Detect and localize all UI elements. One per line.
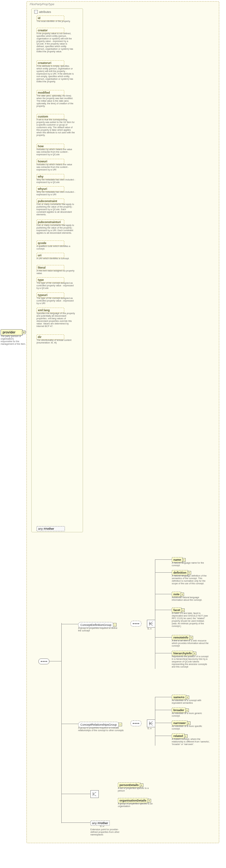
element-definition-desc: A natural language definition of the sem… — [172, 575, 211, 585]
expand-icon[interactable]: + — [193, 652, 196, 655]
attr-pubconstrainturi-desc: One or many constraints that apply to pu… — [36, 224, 75, 234]
cdg-name: ConceptDefinitionGroup — [80, 623, 111, 626]
expand-icon[interactable]: + — [190, 636, 193, 640]
occ-any: 0..∞ — [100, 825, 104, 827]
connector — [155, 637, 172, 638]
element-hierarchyInfo-desc: Represents the position of a concept in … — [172, 655, 211, 668]
connector — [155, 594, 172, 594]
provider-element[interactable]: provider + — [1, 329, 23, 335]
connector — [155, 697, 172, 697]
choice-party — [90, 790, 99, 798]
collapse-icon[interactable]: − — [34, 10, 38, 13]
sequence-main — [38, 658, 50, 664]
sequence-cdg — [130, 621, 141, 626]
connector — [155, 572, 172, 572]
connector — [61, 623, 62, 823]
svg-point-11 — [138, 723, 139, 724]
expand-icon[interactable]: + — [140, 783, 143, 787]
connector — [155, 697, 155, 746]
attr-uri-desc: A URI which identifies a concept. — [36, 257, 75, 260]
attr-why-desc: Why the metadata has been included - exp… — [36, 179, 75, 184]
expand-icon[interactable]: + — [186, 695, 189, 699]
connector — [61, 823, 90, 823]
connector — [155, 610, 172, 610]
expand-icon[interactable]: − — [119, 723, 122, 726]
element-narrower-desc: An identifier of a more specific concept… — [172, 725, 211, 730]
attr-id-desc: The local identifier of the property. — [36, 20, 75, 23]
attr-how-desc: Indicates by which means the value was e… — [36, 148, 75, 156]
connector — [155, 736, 172, 736]
attr-custom-desc: If set to true the corresponding propert… — [36, 119, 75, 136]
attributes-label: − attributes — [32, 9, 53, 14]
connector — [155, 710, 172, 710]
svg-point-1 — [41, 661, 42, 662]
svg-point-2 — [43, 661, 44, 662]
svg-point-9 — [133, 723, 134, 724]
any-elem-label: any — [92, 822, 97, 825]
expand-icon[interactable]: + — [187, 721, 191, 725]
connector — [61, 724, 78, 724]
person-details-name: personDetails — [120, 783, 139, 787]
attr-whyuri-desc: Why the metadata has been included - exp… — [36, 191, 75, 196]
attr-literal-desc: A free-text value assigned as property v… — [36, 270, 75, 275]
connector — [155, 559, 172, 560]
attr-type-desc: The type of the concept assigned as cont… — [36, 282, 75, 289]
cdg-desc: A group of properties required to define… — [78, 627, 120, 632]
attr-pubconstraint-desc: One or many constraints that apply to pu… — [36, 203, 75, 216]
expand-icon[interactable]: + — [184, 734, 188, 738]
connector — [61, 794, 90, 794]
expand-icon[interactable]: + — [188, 571, 191, 575]
any-elem-desc: Extension point for provider-defined pro… — [90, 828, 126, 836]
crg-desc: A group of properties required to indica… — [78, 726, 127, 732]
expand-icon[interactable]: + — [22, 331, 26, 334]
expand-icon[interactable]: + — [148, 799, 151, 803]
provider-name: provider — [3, 331, 15, 334]
element-broader-desc: An identifier of a more generic concept. — [172, 712, 211, 717]
svg-point-10 — [136, 723, 136, 724]
occ-cdg: 0..∞ — [148, 627, 152, 630]
connector — [22, 332, 27, 332]
any-attr: any ##other — [36, 526, 65, 531]
any-attr-label: any — [38, 527, 43, 530]
attr-creator-desc: If the property value is not defined, sp… — [36, 32, 75, 53]
attr-howuri-desc: Indicates by which means the value was e… — [36, 163, 75, 171]
organisation-details-desc: A group of properties specific to an org… — [118, 803, 153, 808]
any-elem-ns: ##other — [97, 822, 108, 825]
svg-point-3 — [46, 661, 47, 662]
type-label: FlexPartyPropType — [28, 2, 56, 6]
expand-icon[interactable]: + — [182, 558, 186, 562]
expand-icon[interactable]: + — [181, 609, 185, 612]
connector — [49, 661, 62, 661]
provider-desc: The party (person or organisation) respo… — [1, 335, 26, 345]
attr-qcode-desc: A qualified code which identifies a conc… — [36, 245, 75, 250]
element-facet-desc: In NAR 1.8 and later, facet is deprecate… — [172, 612, 211, 627]
attr-creatoruri-desc: If the attribute is empty, specifies whi… — [36, 65, 75, 83]
connector — [155, 723, 172, 723]
expand-icon[interactable]: + — [185, 709, 189, 712]
element-related-desc: A related concept, where the relationshi… — [172, 738, 211, 746]
element-note-desc: Additional natural language information … — [172, 596, 211, 601]
attr-typeuri-desc: The type of the concept assigned as cont… — [36, 297, 75, 305]
connector — [155, 653, 172, 653]
attr-modified-desc: The date (and, optionally, the time) whe… — [36, 95, 75, 107]
element-name-desc: A natural language name for the concept. — [172, 562, 211, 567]
svg-point-6 — [136, 623, 136, 624]
attr-xml-lang-desc: Specifies the language of this property … — [36, 312, 75, 328]
connector — [61, 624, 78, 624]
attr-dir-desc: The directionality of textual content (e… — [36, 339, 75, 344]
svg-point-7 — [138, 623, 139, 624]
organisation-details-name: organisationDetails — [120, 799, 147, 802]
person-details-desc: A set of properties specific to a person — [118, 787, 153, 792]
expand-icon[interactable]: + — [181, 593, 184, 596]
any-attr-ns: ##other — [43, 527, 54, 530]
choice-cdg — [147, 620, 155, 627]
element-sameAs-desc: An identifier of a concept with equivale… — [172, 699, 211, 704]
expand-icon[interactable]: − — [113, 623, 117, 626]
occ-crg: 0..∞ — [148, 727, 152, 730]
element-remoteInfo-desc: A link to an item or a web resource whic… — [172, 640, 211, 647]
connector — [155, 559, 155, 669]
choice-crg — [147, 719, 155, 727]
svg-point-5 — [133, 623, 134, 624]
attributes-title: attributes — [39, 10, 51, 13]
crg-name: ConceptRelationshipsGroup — [80, 723, 117, 726]
